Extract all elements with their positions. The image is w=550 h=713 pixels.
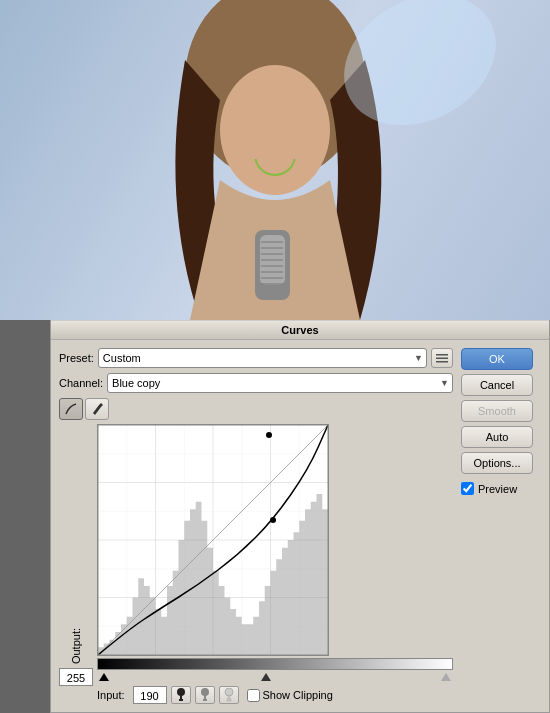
smooth-button[interactable]: Smooth xyxy=(461,400,533,422)
svg-point-9 xyxy=(225,688,233,696)
svg-point-3 xyxy=(177,688,185,696)
pencil-tool-icon xyxy=(90,402,104,416)
photo-canvas xyxy=(0,0,550,320)
white-eyedropper-button[interactable] xyxy=(219,686,239,704)
auto-button[interactable]: Auto xyxy=(461,426,533,448)
svg-rect-0 xyxy=(436,354,448,356)
gray-eyedropper-icon xyxy=(200,688,210,702)
curve-graph-area: Input: 190 xyxy=(97,424,453,704)
black-eyedropper-button[interactable] xyxy=(171,686,191,704)
dialog-title: Curves xyxy=(281,324,318,336)
gray-eyedropper-button[interactable] xyxy=(195,686,215,704)
channel-label: Channel: xyxy=(59,377,103,389)
svg-rect-2 xyxy=(436,361,448,363)
pencil-tool-button[interactable] xyxy=(85,398,109,420)
svg-point-6 xyxy=(201,688,209,696)
show-clipping-checkbox[interactable] xyxy=(247,689,260,702)
white-point-handle[interactable] xyxy=(441,673,451,681)
dialog-title-bar: Curves xyxy=(51,320,549,340)
ok-button[interactable]: OK xyxy=(461,348,533,370)
output-label: Output: xyxy=(70,628,82,664)
output-label-area: Output: 255 xyxy=(59,424,93,704)
curves-menu-button[interactable] xyxy=(431,348,453,368)
photo-area xyxy=(0,0,550,320)
options-button[interactable]: Options... xyxy=(461,452,533,474)
preview-checkbox[interactable] xyxy=(461,482,474,495)
gradient-slider xyxy=(97,658,453,670)
black-eyedropper-icon xyxy=(176,688,186,702)
preset-label: Preset: xyxy=(59,352,94,364)
black-point-handle[interactable] xyxy=(99,673,109,681)
output-value-box[interactable]: 255 xyxy=(59,668,93,686)
input-handle[interactable] xyxy=(261,673,271,681)
white-eyedropper-icon xyxy=(224,688,234,702)
show-clipping-row: Show Clipping xyxy=(247,689,333,702)
channel-select-wrapper: Blue copy ▼ xyxy=(107,373,453,393)
svg-rect-5 xyxy=(179,699,183,701)
preset-row: Preset: Custom ▼ xyxy=(59,348,453,368)
channel-select[interactable]: Blue copy xyxy=(107,373,453,393)
preset-select-wrapper: Custom ▼ xyxy=(98,348,427,368)
curve-tool-icon xyxy=(64,402,78,416)
cancel-button[interactable]: Cancel xyxy=(461,374,533,396)
menu-icon xyxy=(436,353,448,363)
curves-right-panel: OK Cancel Smooth Auto Options... Preview xyxy=(461,348,541,704)
preset-select[interactable]: Custom xyxy=(98,348,427,368)
curves-left-panel: Preset: Custom ▼ Channel: xyxy=(59,348,453,704)
preview-row: Preview xyxy=(461,482,541,495)
curves-dialog: Curves Preset: Custom ▼ xyxy=(50,320,550,713)
gradient-bar xyxy=(97,658,453,670)
svg-rect-11 xyxy=(227,699,231,701)
svg-rect-8 xyxy=(203,699,207,701)
graph-canvas-wrapper xyxy=(97,424,453,656)
graph-container: Output: 255 xyxy=(59,424,453,704)
curve-canvas[interactable] xyxy=(97,424,329,656)
input-label: Input: xyxy=(97,689,125,701)
dialog-body: Preset: Custom ▼ Channel: xyxy=(51,340,549,712)
show-clipping-label: Show Clipping xyxy=(263,689,333,701)
channel-row: Channel: Blue copy ▼ xyxy=(59,373,453,393)
input-value-box[interactable]: 190 xyxy=(133,686,167,704)
curve-tool-button[interactable] xyxy=(59,398,83,420)
svg-rect-1 xyxy=(436,358,448,360)
preview-label: Preview xyxy=(478,483,517,495)
input-row: Input: 190 xyxy=(97,686,453,704)
tool-buttons xyxy=(59,398,453,420)
